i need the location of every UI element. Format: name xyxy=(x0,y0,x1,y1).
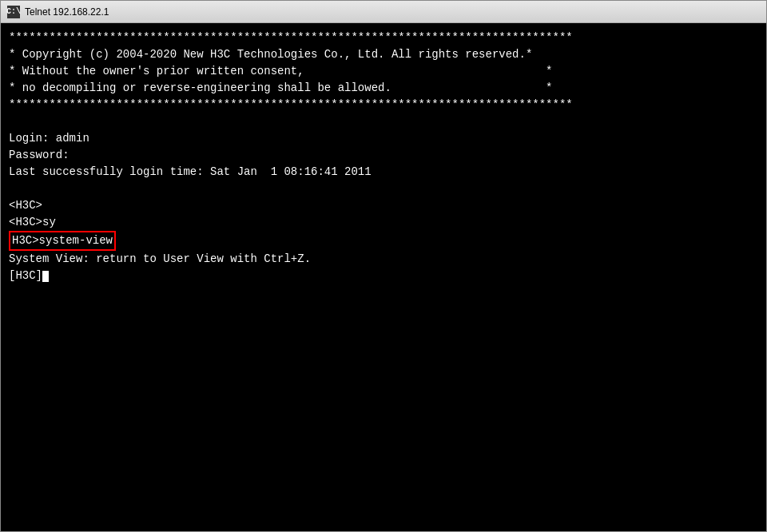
window-title: Telnet 192.168.22.1 xyxy=(25,6,109,18)
terminal-area[interactable]: ****************************************… xyxy=(1,23,766,531)
final-prompt-line: [H3C] xyxy=(9,268,758,284)
border-top: ****************************************… xyxy=(9,30,758,46)
highlighted-command-line: H3C>system-view xyxy=(9,231,758,251)
prompt2-line: <H3C>sy xyxy=(9,214,758,231)
empty1 xyxy=(9,113,758,130)
consent-line: * Without the owner's prior written cons… xyxy=(9,63,758,80)
highlight-box: H3C>system-view xyxy=(9,231,116,251)
login-line: Login: admin xyxy=(9,130,758,147)
copyright-line: * Copyright (c) 2004-2020 New H3C Techno… xyxy=(9,46,758,63)
last-login-line: Last successfully login time: Sat Jan 1 … xyxy=(9,164,758,181)
prompt1-line: <H3C> xyxy=(9,197,758,214)
empty2 xyxy=(9,181,758,197)
cursor xyxy=(42,271,49,282)
password-line: Password: xyxy=(9,147,758,164)
title-bar: C:\ Telnet 192.168.22.1 xyxy=(1,1,766,23)
decompile-line: * no decompiling or reverse-engineering … xyxy=(9,80,758,97)
cmd-icon: C:\ xyxy=(7,6,20,18)
final-prompt-text: [H3C] xyxy=(9,269,42,282)
telnet-window: C:\ Telnet 192.168.22.1 ****************… xyxy=(0,0,767,532)
border-bottom: ****************************************… xyxy=(9,97,758,113)
system-view-msg: System View: return to User View with Ct… xyxy=(9,251,758,268)
